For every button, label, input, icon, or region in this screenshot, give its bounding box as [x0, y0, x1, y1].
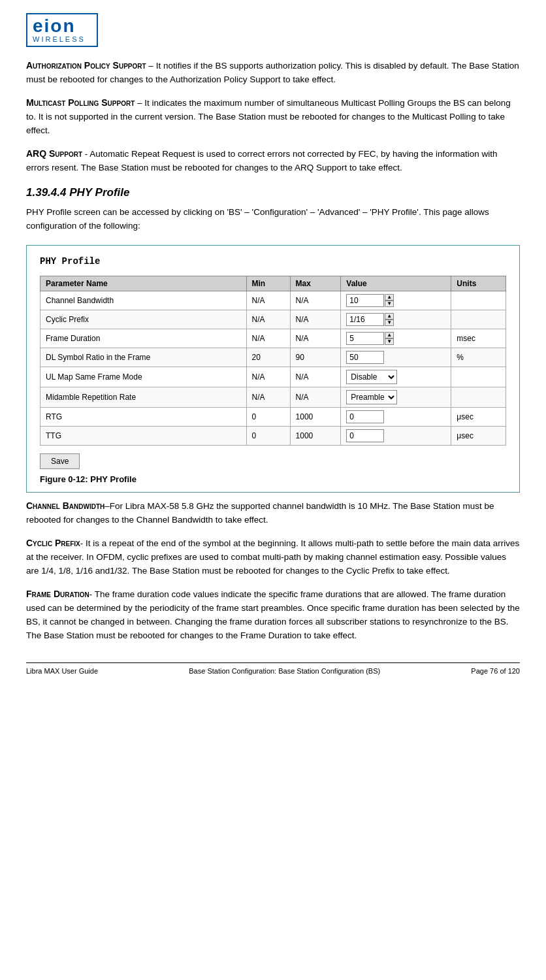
spinner-group: ▲▼ [346, 332, 445, 345]
frame-duration-term: Frame Duration [26, 589, 89, 599]
table-row: UL Map Same Frame ModeN/AN/ADisableEnabl… [40, 367, 506, 387]
phy-intro: PHY Profile screen can be accessed by cl… [26, 206, 520, 233]
col-header-max: Max [290, 276, 341, 291]
col-header-value: Value [341, 276, 451, 291]
param-max: 1000 [290, 408, 341, 427]
param-name: Midamble Repetition Rate [40, 387, 247, 408]
param-name: Cyclic Prefix [40, 310, 247, 329]
table-row: Frame DurationN/AN/A▲▼msec [40, 329, 506, 348]
channel-bw-term: Channel Bandwidth [26, 500, 104, 511]
frame-duration-body: - The frame duration code values indicat… [26, 589, 520, 640]
table-row: RTG01000μsec [40, 408, 506, 427]
param-value-cell[interactable]: Preamble1x2x4x [341, 387, 451, 408]
param-max: 90 [290, 348, 341, 367]
spinner-buttons: ▲▼ [385, 313, 394, 326]
param-units: msec [451, 329, 506, 348]
cyclic-prefix-body: - It is a repeat of the end of the symbo… [26, 538, 519, 576]
param-units [451, 367, 506, 387]
col-header-units: Units [451, 276, 506, 291]
cyclic-prefix-term: Cyclic Prefix [26, 538, 80, 548]
figure-caption: Figure 0-12: PHY Profile [40, 474, 506, 484]
arq-dash: - [82, 149, 89, 159]
spinner-input[interactable] [346, 294, 384, 307]
param-name: RTG [40, 408, 247, 427]
spinner-up-button[interactable]: ▲ [385, 294, 394, 301]
param-value-cell[interactable]: ▲▼ [341, 329, 451, 348]
phy-section-heading: 1.39.4.4 PHY Profile [26, 186, 520, 199]
param-max: N/A [290, 367, 341, 387]
spinner-buttons: ▲▼ [385, 332, 394, 345]
param-units: μsec [451, 427, 506, 446]
param-name: Channel Bandwidth [40, 291, 247, 310]
param-max: 1000 [290, 427, 341, 446]
spinner-up-button[interactable]: ▲ [385, 313, 394, 319]
spinner-buttons: ▲▼ [385, 294, 394, 307]
multicast-dash: – [135, 98, 144, 108]
param-min: 0 [246, 408, 290, 427]
multicast-section: Multicast Polling Support – It indicates… [26, 96, 520, 138]
param-value-cell[interactable]: ▲▼ [341, 310, 451, 329]
param-value-cell[interactable] [341, 348, 451, 367]
spinner-down-button[interactable]: ▼ [385, 338, 394, 345]
param-text-input[interactable] [346, 351, 384, 364]
spinner-down-button[interactable]: ▼ [385, 301, 394, 307]
phy-figure-box: PHY Profile Parameter Name Min Max Value… [26, 245, 520, 493]
param-min: N/A [246, 387, 290, 408]
param-max: N/A [290, 310, 341, 329]
param-units [451, 310, 506, 329]
param-units [451, 387, 506, 408]
param-min: N/A [246, 329, 290, 348]
table-row: Channel BandwidthN/AN/A▲▼ [40, 291, 506, 310]
arq-body: Automatic Repeat Request is used to corr… [26, 149, 498, 172]
frame-duration-section: Frame Duration- The frame duration code … [26, 587, 520, 643]
param-min: N/A [246, 291, 290, 310]
param-units [451, 291, 506, 310]
spinner-down-button[interactable]: ▼ [385, 319, 394, 326]
param-value-cell[interactable]: DisableEnable [341, 367, 451, 387]
spinner-up-button[interactable]: ▲ [385, 332, 394, 338]
channel-bw-section: Channel Bandwidth–For Libra MAX-58 5.8 G… [26, 499, 520, 527]
cyclic-prefix-section: Cyclic Prefix- It is a repeat of the end… [26, 536, 520, 578]
spinner-group: ▲▼ [346, 294, 445, 307]
logo-area: eion WIRELESS [26, 13, 520, 47]
param-name: TTG [40, 427, 247, 446]
arq-term: ARQ Support [26, 148, 82, 159]
footer-center: Base Station Configuration: Base Station… [189, 667, 380, 675]
authorization-term: Authorization Policy Support [26, 60, 146, 71]
logo-box: eion WIRELESS [26, 13, 98, 47]
param-max: N/A [290, 329, 341, 348]
param-value-cell[interactable] [341, 408, 451, 427]
param-name: UL Map Same Frame Mode [40, 367, 247, 387]
authorization-dash: – [146, 61, 156, 71]
param-text-input[interactable] [346, 429, 384, 442]
param-units: % [451, 348, 506, 367]
phy-table: Parameter Name Min Max Value Units Chann… [40, 276, 506, 446]
phy-figure-title: PHY Profile [40, 256, 506, 267]
logo-eion: eion [33, 17, 91, 35]
spinner-input[interactable] [346, 313, 384, 326]
save-button[interactable]: Save [40, 453, 80, 469]
footer: Libra MAX User Guide Base Station Config… [26, 662, 520, 675]
param-select[interactable]: Preamble1x2x4x [346, 390, 397, 404]
param-name: DL Symbol Ratio in the Frame [40, 348, 247, 367]
param-min: 0 [246, 427, 290, 446]
param-units: μsec [451, 408, 506, 427]
param-min: 20 [246, 348, 290, 367]
param-name: Frame Duration [40, 329, 247, 348]
param-value-cell[interactable] [341, 427, 451, 446]
param-select[interactable]: DisableEnable [346, 370, 397, 384]
param-max: N/A [290, 291, 341, 310]
param-text-input[interactable] [346, 410, 384, 423]
footer-left: Libra MAX User Guide [26, 667, 98, 675]
authorization-section: Authorization Policy Support – It notifi… [26, 59, 520, 87]
multicast-term: Multicast Polling Support [26, 97, 135, 108]
col-header-min: Min [246, 276, 290, 291]
table-row: Cyclic PrefixN/AN/A▲▼ [40, 310, 506, 329]
spinner-group: ▲▼ [346, 313, 445, 326]
param-min: N/A [246, 310, 290, 329]
param-max: N/A [290, 387, 341, 408]
param-value-cell[interactable]: ▲▼ [341, 291, 451, 310]
table-row: DL Symbol Ratio in the Frame2090% [40, 348, 506, 367]
col-header-param: Parameter Name [40, 276, 247, 291]
spinner-input[interactable] [346, 332, 384, 345]
